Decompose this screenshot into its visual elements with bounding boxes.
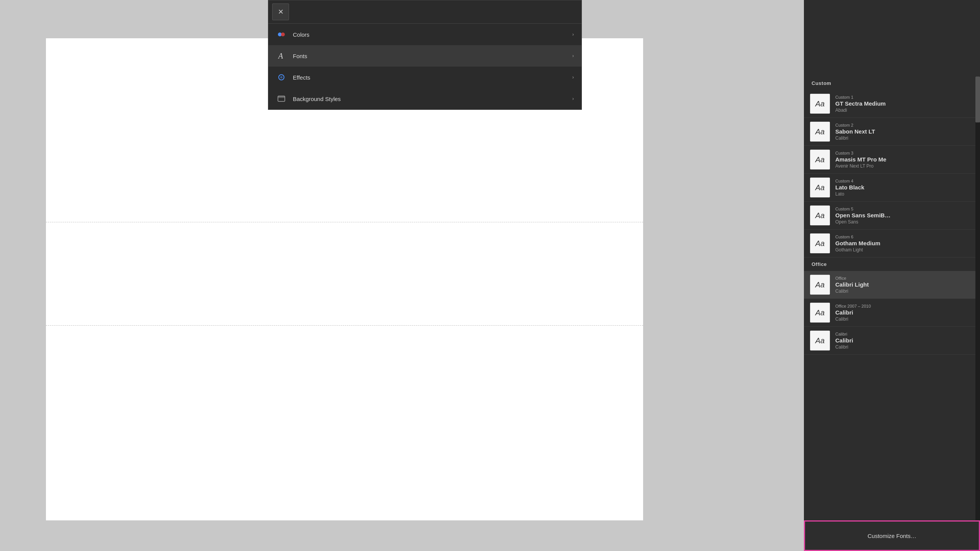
svg-point-11 xyxy=(280,76,283,78)
scrollbar-thumb[interactable] xyxy=(975,77,980,122)
font-info-office-2007: Office 2007 – 2010 Calibri Calibri xyxy=(835,304,871,322)
fonts-panel: Custom Aa Custom 1 GT Sectra Medium Abad… xyxy=(804,0,980,551)
font-preview-custom-4: Aa xyxy=(810,178,830,197)
close-icon: ✕ xyxy=(278,8,284,16)
menu-item-background-styles[interactable]: Background Styles › xyxy=(268,88,581,109)
background-styles-arrow: › xyxy=(572,96,574,101)
colors-arrow: › xyxy=(572,32,574,37)
background-styles-label: Background Styles xyxy=(293,96,566,102)
font-info-custom-1: Custom 1 GT Sectra Medium Abadi xyxy=(835,95,886,113)
font-info-custom-2: Custom 2 Sabon Next LT Calibri xyxy=(835,123,875,141)
font-item-custom-3[interactable]: Aa Custom 3 Amasis MT Pro Me Avenir Next… xyxy=(804,146,980,174)
menu-item-colors[interactable]: Colors › xyxy=(268,24,581,45)
font-item-custom-2[interactable]: Aa Custom 2 Sabon Next LT Calibri xyxy=(804,118,980,146)
font-info-calibri: Calibri Calibri Calibri xyxy=(835,332,853,350)
effects-label: Effects xyxy=(293,74,566,81)
font-item-custom-5[interactable]: Aa Custom 5 Open Sans SemiB… Open Sans xyxy=(804,202,980,230)
font-item-custom-1[interactable]: Aa Custom 1 GT Sectra Medium Abadi xyxy=(804,90,980,118)
font-info-custom-4: Custom 4 Lato Black Lato xyxy=(835,179,864,197)
fonts-icon: A xyxy=(276,51,287,61)
dropdown-menu: Colors › A Fonts › Effects › xyxy=(268,24,581,109)
slide-canvas xyxy=(46,38,643,520)
font-item-calibri[interactable]: Aa Calibri Calibri Calibri xyxy=(804,327,980,355)
font-item-custom-4[interactable]: Aa Custom 4 Lato Black Lato xyxy=(804,174,980,202)
font-item-office-2007[interactable]: Aa Office 2007 – 2010 Calibri Calibri xyxy=(804,299,980,327)
effects-arrow: › xyxy=(572,75,574,80)
font-info-custom-3: Custom 3 Amasis MT Pro Me Avenir Next LT… xyxy=(835,151,886,169)
font-item-office-1[interactable]: Aa Office Calibri Light Calibri xyxy=(804,271,980,299)
svg-point-8 xyxy=(281,33,285,36)
fonts-label: Fonts xyxy=(293,53,566,59)
close-button[interactable]: ✕ xyxy=(272,3,289,20)
office-section-label: Office xyxy=(804,258,980,271)
scrollbar-track[interactable] xyxy=(975,77,980,551)
font-info-office-1: Office Calibri Light Calibri xyxy=(835,276,869,294)
font-preview-office-2007: Aa xyxy=(810,303,830,323)
menu-item-effects[interactable]: Effects › xyxy=(268,67,581,88)
fonts-panel-top-spacer xyxy=(804,0,980,77)
font-item-custom-6[interactable]: Aa Custom 6 Gotham Medium Gotham Light xyxy=(804,230,980,258)
colors-icon xyxy=(276,29,287,40)
font-info-custom-6: Custom 6 Gotham Medium Gotham Light xyxy=(835,235,880,253)
effects-icon xyxy=(276,72,287,83)
svg-text:A: A xyxy=(278,52,283,60)
font-info-custom-5: Custom 5 Open Sans SemiB… Open Sans xyxy=(835,207,890,225)
font-preview-calibri: Aa xyxy=(810,331,830,350)
svg-rect-13 xyxy=(278,96,285,98)
customize-fonts-label: Customize Fonts… xyxy=(867,533,916,539)
font-preview-custom-1: Aa xyxy=(810,94,830,114)
fonts-arrow: › xyxy=(572,53,574,59)
menu-item-fonts[interactable]: A Fonts › xyxy=(268,45,581,67)
customize-fonts-button[interactable]: Customize Fonts… xyxy=(804,520,980,551)
dashed-line-2 xyxy=(46,325,643,326)
custom-section-label: Custom xyxy=(804,77,980,90)
font-preview-custom-5: Aa xyxy=(810,205,830,225)
font-preview-custom-2: Aa xyxy=(810,122,830,142)
theme-dropdown: ✕ Colors › A Fonts › xyxy=(268,0,582,110)
background-styles-icon xyxy=(276,93,287,104)
fonts-list[interactable]: Custom Aa Custom 1 GT Sectra Medium Abad… xyxy=(804,77,980,551)
font-preview-office-1: Aa xyxy=(810,275,830,295)
font-preview-custom-6: Aa xyxy=(810,233,830,253)
dropdown-header: ✕ xyxy=(268,0,581,24)
dashed-line-1 xyxy=(46,222,643,222)
colors-label: Colors xyxy=(293,31,566,38)
font-preview-custom-3: Aa xyxy=(810,150,830,170)
